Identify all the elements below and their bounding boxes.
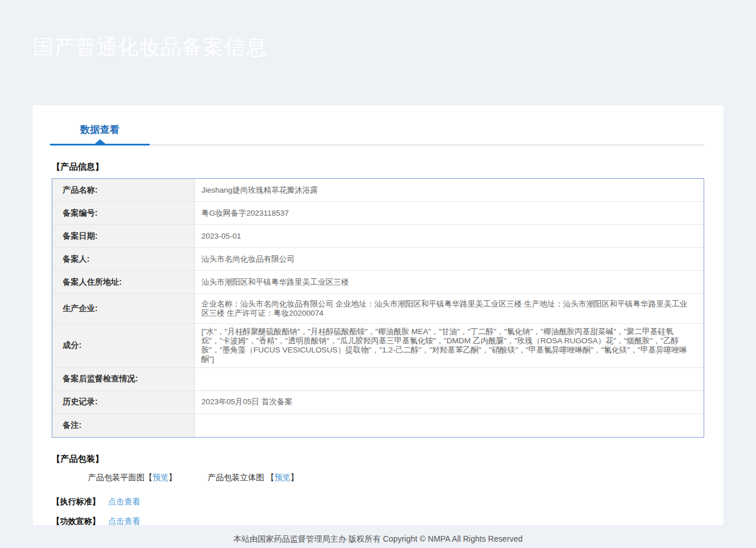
row-value: ["水"，"月桂醇聚醚硫酸酯钠"，"月桂醇硫酸酯铵"，"椰油酰胺 MEA"，"甘…: [195, 324, 704, 367]
row-value: 2023年05月05日 首次备案: [195, 391, 704, 413]
section-title-product-info: 【产品信息】: [52, 162, 704, 173]
preview-link-3d[interactable]: 预览: [274, 473, 291, 482]
row-label: 成分:: [52, 324, 195, 367]
row-value: Jieshang婕尚玫瑰精萃花瓣沐浴露: [195, 179, 704, 201]
tab-data-view-label: 数据查看: [81, 124, 120, 135]
table-row-record-date: 备案日期: 2023-05-01: [52, 225, 704, 248]
packaging-flat-label: 产品包装平面图: [88, 473, 144, 482]
decor-circle: [644, 63, 656, 75]
row-label: 备注:: [52, 414, 195, 437]
packaging-items: 产品包装平面图【预览】 产品包装立体图 【预览】: [88, 473, 704, 483]
row-value: 2023-05-01: [195, 225, 704, 247]
table-row-remarks: 备注:: [52, 414, 704, 437]
bracket-open: 【: [144, 473, 152, 482]
row-label: 备案人:: [52, 248, 195, 270]
packaging-3d-item: 产品包装立体图 【预览】: [208, 473, 299, 483]
row-label: 历史记录:: [52, 391, 195, 413]
table-row-registrant: 备案人: 汕头市名尚化妆品有限公司: [52, 248, 704, 271]
decor-polygon: [247, 35, 490, 90]
row-value: [195, 414, 704, 437]
preview-link-flat[interactable]: 预览: [152, 473, 169, 482]
table-row-supervision: 备案后监督检查情况:: [52, 368, 704, 391]
efficacy-view-link[interactable]: 点击查看: [108, 516, 140, 526]
decor-circle: [10, 15, 25, 30]
row-label: 生产企业:: [52, 294, 195, 323]
decor-circle: [611, 55, 628, 72]
row-value: 汕头市潮阳区和平镇粤华路里美工业区三楼: [195, 271, 704, 293]
content-card: 数据查看 【产品信息】 产品名称: Jieshang婕尚玫瑰精萃花瓣沐浴露 备案…: [33, 105, 723, 525]
standard-view-link[interactable]: 点击查看: [108, 497, 140, 506]
row-value: [195, 368, 704, 390]
row-label: 备案人住所地址:: [52, 271, 195, 293]
row-value: 粤G妆网备字2023118537: [195, 202, 704, 224]
row-value: 企业名称：汕头市名尚化妆品有限公司 企业地址：汕头市潮阳区和平镇粤华路里美工业区…: [195, 294, 704, 323]
table-row-product-name: 产品名称: Jieshang婕尚玫瑰精萃花瓣沐浴露: [52, 179, 704, 202]
table-row-registrant-address: 备案人住所地址: 汕头市潮阳区和平镇粤华路里美工业区三楼: [52, 271, 704, 294]
page-title: 国产普通化妆品备案信息: [33, 33, 267, 62]
tab-data-view[interactable]: 数据查看: [50, 123, 150, 145]
table-row-ingredients: 成分: ["水"，"月桂醇聚醚硫酸酯钠"，"月桂醇硫酸酯铵"，"椰油酰胺 MEA…: [52, 324, 704, 368]
product-info-table: 产品名称: Jieshang婕尚玫瑰精萃花瓣沐浴露 备案编号: 粤G妆网备字20…: [52, 178, 704, 438]
bracket-open: 【: [266, 473, 274, 482]
row-label: 产品名称:: [52, 179, 195, 201]
decor-polygon: [181, 58, 280, 90]
bracket-close: 】: [169, 473, 177, 482]
packaging-flat-item: 产品包装平面图【预览】: [88, 473, 177, 483]
decor-circle: [643, 9, 657, 23]
decor-circle: [667, 0, 756, 63]
tab-strip: 数据查看: [50, 105, 704, 145]
row-label: 备案日期:: [52, 225, 195, 247]
section-title-packaging: 【产品包装】: [52, 454, 704, 465]
decor-polygon: [364, 72, 476, 90]
table-row-history: 历史记录: 2023年05月05日 首次备案: [52, 391, 704, 414]
standard-section-title: 【执行标准】: [52, 497, 100, 506]
table-row-producer: 生产企业: 企业名称：汕头市名尚化妆品有限公司 企业地址：汕头市潮阳区和平镇粤华…: [52, 294, 704, 324]
table-row-record-number: 备案编号: 粤G妆网备字2023118537: [52, 202, 704, 225]
decor-ellipse: [455, 68, 552, 90]
row-value: 汕头市名尚化妆品有限公司: [195, 248, 704, 270]
header-banner: 国产普通化妆品备案信息: [0, 0, 756, 90]
efficacy-section: 【功效宣称】 点击查看: [52, 516, 704, 527]
row-label: 备案编号:: [52, 202, 195, 224]
bracket-close: 】: [291, 473, 299, 482]
standard-section: 【执行标准】 点击查看: [52, 497, 704, 507]
row-label: 备案后监督检查情况:: [52, 368, 195, 390]
tab-active-triangle-icon: [95, 139, 105, 144]
efficacy-section-title: 【功效宣称】: [52, 516, 100, 526]
footer-text: 本站由国家药品监督管理局主办 版权所有 Copyright © NMPA All…: [0, 534, 756, 545]
packaging-3d-label: 产品包装立体图: [208, 473, 266, 482]
